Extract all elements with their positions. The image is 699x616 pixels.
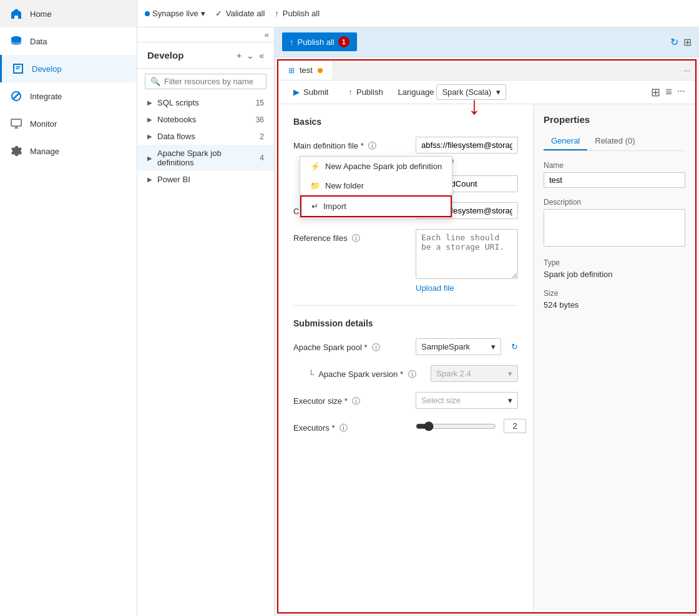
executors-slider[interactable]	[416, 421, 496, 431]
spark-pool-control: SampleSpark ▾ ↻	[416, 338, 518, 355]
publish-all-icon: ↑	[290, 37, 294, 47]
tab-more-btn[interactable]: ···	[678, 61, 695, 80]
publish-btn-icon: ↑	[348, 87, 353, 97]
search-icon: 🔍	[150, 77, 160, 86]
publish-all-topbar-btn[interactable]: ↑ Publish all	[275, 9, 320, 18]
search-box[interactable]: 🔍	[145, 74, 266, 89]
manage-icon	[10, 145, 22, 157]
validate-all-btn[interactable]: ✓ Validate all	[215, 9, 265, 18]
info-icon-1: ⓘ	[368, 141, 376, 150]
work-area: ⊞ test ··· ▶ Submit ↑	[277, 59, 697, 614]
tree-count-sql: 15	[256, 99, 264, 107]
size-group: Size 524 bytes	[544, 289, 685, 310]
executor-size-select[interactable]: Select size ▾	[416, 392, 518, 409]
spark-pool-refresh-icon[interactable]: ↻	[511, 342, 518, 351]
tree-item-spark[interactable]: ▶ Apache Spark job definitions 4	[137, 145, 274, 171]
publish-bar: ↑ Publish all 1 ↻ ⊞	[275, 27, 699, 57]
tree-chevron-notebooks: ▶	[147, 116, 152, 123]
data-icon	[10, 35, 22, 47]
publish-btn[interactable]: ↑ Publish	[343, 85, 388, 99]
spark-version-label: └ Apache Spark version * ⓘ	[308, 365, 421, 380]
expand-icon[interactable]: ⌄	[247, 51, 254, 61]
spark-version-row: └ Apache Spark version * ⓘ Spark 2.4 ▾	[293, 365, 518, 382]
tree-item-sql[interactable]: ▶ SQL scripts 15	[137, 94, 274, 111]
spark-pool-label: Apache Spark pool * ⓘ	[293, 338, 406, 353]
tree-count-dataflows: 2	[260, 132, 264, 141]
tab-related[interactable]: Related (0)	[587, 132, 642, 150]
spark-version-select[interactable]: Spark 2.4 ▾	[431, 365, 518, 382]
sidebar-item-develop[interactable]: Develop	[0, 55, 137, 82]
sidebar-item-data[interactable]: Data	[0, 27, 137, 55]
type-value: Spark job definition	[544, 270, 685, 279]
tab-unsaved-dot	[318, 68, 323, 73]
code-icon[interactable]: ⊞	[651, 86, 660, 99]
executors-row: Executors * ⓘ 2	[293, 419, 518, 434]
executor-size-chevron: ▾	[508, 396, 512, 405]
search-input[interactable]	[164, 77, 261, 86]
develop-panel: « Develop + ⌄ « 🔍 ▶ SQL scr	[137, 27, 275, 616]
info-icon-6: ⓘ	[408, 369, 416, 379]
more-options-icon[interactable]: ···	[677, 86, 685, 99]
refresh-icon[interactable]: ↻	[670, 36, 678, 48]
size-value: 524 bytes	[544, 300, 685, 310]
settings-icon[interactable]: ≡	[665, 86, 672, 99]
add-icon[interactable]: +	[237, 51, 242, 61]
sidebar-item-integrate[interactable]: Integrate	[0, 82, 137, 110]
language-select: Language Spark (Scala) ▾	[398, 84, 507, 100]
tree-chevron-spark: ▶	[147, 155, 152, 162]
submit-btn[interactable]: ▶ Submit	[288, 85, 333, 99]
tree-label-notebooks: Notebooks	[157, 115, 256, 124]
executor-size-placeholder: Select size	[421, 396, 461, 405]
tree-item-powerbi[interactable]: ▶ Power BI	[137, 171, 274, 188]
tree-item-dataflows[interactable]: ▶ Data flows 2	[137, 128, 274, 145]
sidebar-item-home[interactable]: Home	[0, 0, 137, 27]
develop-header: Develop + ⌄ «	[137, 42, 274, 69]
synapse-live[interactable]: Synapse live ▾	[145, 9, 205, 18]
publish-badge: 1	[338, 36, 350, 47]
validate-label: Validate all	[226, 9, 265, 18]
tree-label-spark: Apache Spark job definitions	[157, 149, 260, 167]
publish-all-button[interactable]: ↑ Publish all 1	[282, 32, 357, 51]
name-input[interactable]	[544, 172, 685, 188]
collapse-icon[interactable]: «	[265, 30, 269, 39]
tab-test[interactable]: ⊞ test	[278, 61, 333, 80]
info-icon-5: ⓘ	[372, 343, 380, 352]
submission-title: Submission details	[293, 318, 518, 328]
more-icon[interactable]: «	[259, 51, 264, 61]
monitor-icon	[10, 117, 22, 130]
home-icon	[10, 7, 22, 20]
spark-pool-row: Apache Spark pool * ⓘ SampleSpark ▾ ↻	[293, 338, 518, 355]
spark-pool-select[interactable]: SampleSpark ▾	[416, 338, 501, 355]
spark-pool-value: SampleSpark	[421, 342, 470, 351]
grid-icon[interactable]: ⊞	[683, 36, 692, 48]
size-label: Size	[544, 289, 685, 298]
tab-general[interactable]: General	[544, 132, 587, 150]
spark-version-control: Spark 2.4 ▾	[431, 365, 518, 382]
tree-item-notebooks[interactable]: ▶ Notebooks 36	[137, 111, 274, 128]
sidebar-item-manage[interactable]: Manage	[0, 137, 137, 165]
section-divider	[293, 305, 518, 306]
language-chevron-icon: ▾	[496, 87, 501, 97]
ref-files-textarea[interactable]	[416, 229, 518, 279]
description-textarea[interactable]	[544, 209, 685, 247]
properties-panel: Properties General Related (0) Name Desc…	[533, 104, 695, 612]
sidebar: Home Data Develop Integrate Monitor	[0, 0, 137, 616]
main-definition-input[interactable]	[416, 137, 518, 154]
spark-version-chevron: ▾	[508, 369, 512, 378]
integrate-icon	[10, 90, 22, 102]
info-icon-7: ⓘ	[352, 396, 360, 406]
ref-files-label: Reference files ⓘ	[293, 229, 406, 244]
validate-icon: ✓	[215, 9, 222, 18]
svg-rect-1	[11, 119, 21, 126]
language-value: Spark (Scala)	[442, 87, 491, 97]
synapse-dot	[145, 11, 150, 16]
home-label: Home	[30, 9, 52, 19]
main-definition-label: Main definition file * ⓘ	[293, 137, 406, 152]
tree-chevron-dataflows: ▶	[147, 133, 152, 140]
publish-label: Publish all	[283, 9, 320, 18]
upload-file-link-2[interactable]: Upload file	[416, 283, 518, 293]
name-group: Name	[544, 161, 685, 188]
executors-label: Executors * ⓘ	[293, 419, 406, 434]
props-tabs: General Related (0)	[544, 132, 685, 151]
sidebar-item-monitor[interactable]: Monitor	[0, 110, 137, 137]
